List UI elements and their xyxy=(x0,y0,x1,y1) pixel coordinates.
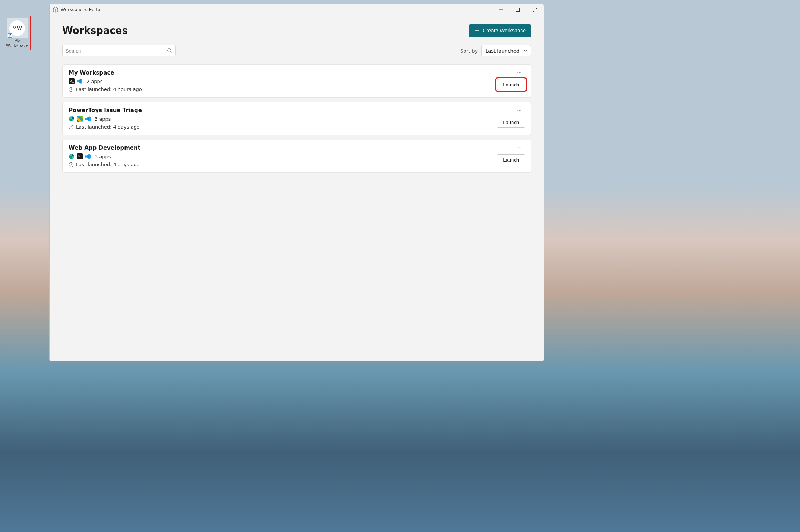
desktop-shortcut[interactable]: MW My Workspace xyxy=(4,16,31,50)
apps-count: 2 apps xyxy=(86,79,103,84)
workspace-list: My Workspace2 appsLast launched: 4 hours… xyxy=(62,64,531,173)
search-box[interactable] xyxy=(62,45,176,56)
launch-button[interactable]: Launch xyxy=(497,154,525,165)
last-launched: Last launched: 4 hours ago xyxy=(76,86,142,92)
workspace-card[interactable]: My Workspace2 appsLast launched: 4 hours… xyxy=(62,64,531,98)
content-area: Workspaces Create Workspace Sort by Last… xyxy=(50,15,544,361)
workspace-meta: Last launched: 4 days ago xyxy=(69,124,142,130)
vscode-icon xyxy=(85,153,91,159)
search-icon xyxy=(167,48,172,53)
workspace-card[interactable]: PowerToys Issue Triage3 appsLast launche… xyxy=(62,102,531,135)
workspace-title: Web App Development xyxy=(69,145,140,151)
workspace-meta: Last launched: 4 days ago xyxy=(69,162,140,167)
shortcut-icon-tile: MW xyxy=(7,18,28,38)
shortcut-label: My Workspace xyxy=(6,39,28,48)
launch-button[interactable]: Launch xyxy=(497,117,525,128)
close-button[interactable] xyxy=(527,4,544,15)
more-menu-button[interactable]: ··· xyxy=(515,69,525,76)
edge-icon xyxy=(69,116,75,122)
shortcut-arrow-icon xyxy=(8,33,12,38)
apps-count: 3 apps xyxy=(95,116,111,122)
svg-rect-1 xyxy=(516,8,520,12)
maximize-button[interactable] xyxy=(509,4,527,15)
svg-line-7 xyxy=(171,52,172,53)
sort-label: Sort by xyxy=(460,48,478,54)
terminal-icon xyxy=(77,153,83,159)
main-window: Workspaces Editor Workspaces Create Work… xyxy=(49,4,544,361)
chevron-down-icon xyxy=(523,48,528,53)
window-title: Workspaces Editor xyxy=(61,7,102,12)
launch-button[interactable]: Launch xyxy=(497,79,525,90)
vscode-icon xyxy=(77,78,83,84)
create-workspace-label: Create Workspace xyxy=(483,28,526,34)
workspace-meta: Last launched: 4 hours ago xyxy=(69,86,142,92)
svg-point-6 xyxy=(168,49,171,52)
last-launched: Last launched: 4 days ago xyxy=(76,124,140,130)
clock-icon xyxy=(69,162,74,167)
minimize-button[interactable] xyxy=(492,4,509,15)
workspace-title: PowerToys Issue Triage xyxy=(69,107,142,114)
workspace-card[interactable]: Web App Development3 appsLast launched: … xyxy=(62,140,531,173)
clock-icon xyxy=(69,124,74,130)
more-menu-button[interactable]: ··· xyxy=(515,145,525,151)
terminal-icon xyxy=(69,78,75,84)
workspace-apps: 3 apps xyxy=(69,116,142,122)
page-title: Workspaces xyxy=(62,25,128,36)
search-input[interactable] xyxy=(66,48,167,54)
titlebar[interactable]: Workspaces Editor xyxy=(50,4,544,15)
clock-icon xyxy=(69,87,74,92)
workspace-title: My Workspace xyxy=(69,69,142,76)
workspace-apps: 2 apps xyxy=(69,78,142,84)
apps-count: 3 apps xyxy=(95,154,111,159)
sort-selected: Last launched xyxy=(486,48,519,54)
plus-icon xyxy=(474,28,480,33)
edge-icon xyxy=(69,153,75,159)
last-launched: Last launched: 4 days ago xyxy=(76,162,140,167)
sort-dropdown[interactable]: Last launched xyxy=(481,45,531,56)
create-workspace-button[interactable]: Create Workspace xyxy=(469,24,531,37)
workspace-apps: 3 apps xyxy=(69,153,140,159)
app-icon xyxy=(53,7,59,13)
more-menu-button[interactable]: ··· xyxy=(515,107,525,114)
vscode-icon xyxy=(85,116,91,122)
powertoys-icon xyxy=(77,116,83,122)
